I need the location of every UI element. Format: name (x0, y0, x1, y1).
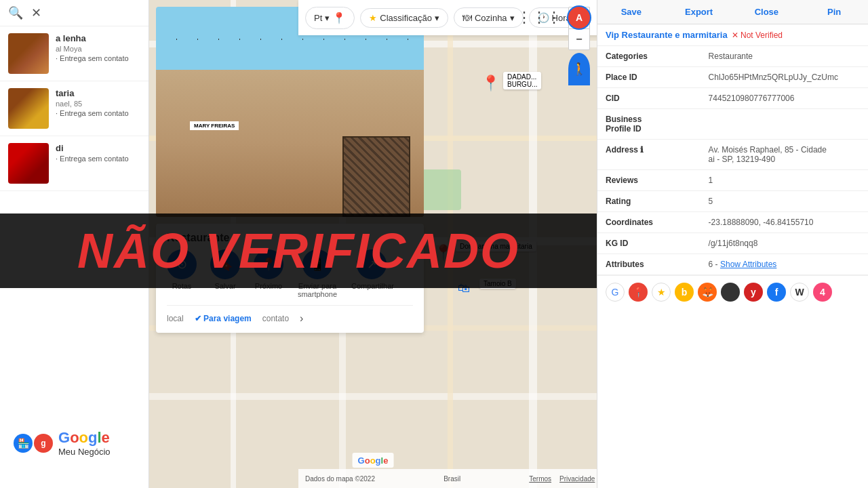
value-reviews: 1 (701, 170, 868, 191)
termos-link[interactable]: Termos (529, 475, 551, 483)
label-business-profile-id: BusinessProfile ID (597, 109, 701, 140)
item-name: taria (56, 88, 140, 98)
yelp-icon[interactable]: y (744, 283, 763, 302)
google-search-icon[interactable]: G (606, 283, 625, 302)
branding-text: Google Meu Negócio (58, 429, 111, 457)
table-row: Place ID ChlJo65HPtMnz5QRLpUJy_CzUmc (597, 67, 868, 88)
item-text: a lenha al Moya · Entrega sem contato (56, 33, 140, 62)
sidebar-search-bar: 🔍 ✕ (0, 0, 149, 26)
gmb-g-icon: g (34, 434, 53, 453)
value-rating: 5 (701, 191, 868, 212)
table-row: Reviews 1 (597, 170, 868, 191)
list-item[interactable]: taria nael, 85 · Entrega sem contato (0, 81, 149, 136)
item-thumbnail (8, 33, 49, 74)
tab-contato[interactable]: contato (262, 314, 289, 323)
item-text: taria nael, 85 · Entrega sem contato (56, 88, 140, 117)
label-rating: Rating (597, 191, 701, 212)
table-row: CID 7445210980776777006 (597, 88, 868, 109)
close-button[interactable]: Close (733, 0, 801, 24)
map-footer: Dados do mapa ©2022 Brasil Termos Privac… (298, 469, 597, 488)
item-desc: · Entrega sem contato (56, 109, 140, 117)
firefox-icon[interactable]: 🦊 (698, 283, 717, 302)
search-icon[interactable]: 🔍 (8, 5, 23, 20)
close-icon[interactable]: ✕ (31, 5, 41, 20)
building-sign: MARY FREIRAS (190, 121, 239, 130)
facebook-icon[interactable]: f (767, 283, 786, 302)
export-button[interactable]: Export (665, 0, 733, 24)
value-cid: 7445210980776777006 (701, 88, 868, 109)
table-row: Categories Restaurante (597, 46, 868, 67)
sky-wires (156, 39, 424, 40)
nao-verificado-banner: NÃO VERIFICADO (0, 214, 597, 288)
bing-icon[interactable]: b (675, 283, 694, 302)
chevron-right-icon: › (300, 312, 303, 325)
label-address: Address ℹ (597, 140, 701, 170)
table-row: BusinessProfile ID (597, 109, 868, 140)
label-attributes: Attributes (597, 254, 701, 275)
e-letter: e (102, 429, 110, 446)
map-pin[interactable]: 📍 DADAD...BURGU... (481, 75, 500, 92)
list-item[interactable]: di · Entrega sem contato (0, 136, 149, 191)
pt-label: Pt (314, 13, 322, 23)
pin-label: DADAD...BURGU... (503, 72, 541, 89)
label-reviews: Reviews (597, 170, 701, 191)
table-row: Address ℹ Av. Moisés Raphael, 85 - Cidad… (597, 140, 868, 170)
reviews-star-icon[interactable]: ★ (652, 283, 671, 302)
panel-place-name: Vip Restaurante e marmitaria (606, 30, 728, 40)
label-categories: Categories (597, 46, 701, 67)
classificacao-label: Classificação (380, 13, 432, 23)
show-attributes-link[interactable]: Show Attributes (720, 260, 776, 269)
list-item[interactable]: a lenha al Moya · Entrega sem contato (0, 26, 149, 81)
item-desc: · Entrega sem contato (56, 54, 140, 62)
item-thumbnail (8, 143, 49, 184)
dropdown-arrow-icon: ▾ (510, 13, 515, 23)
label-cid: CID (597, 88, 701, 109)
item-sub: al Moya (56, 45, 140, 53)
wikipedia-icon[interactable]: W (790, 283, 809, 302)
building-facade: MARY FREIRAS (156, 70, 424, 217)
dropdown-arrow-icon: ▾ (325, 13, 330, 23)
map-country: Brasil (443, 475, 460, 483)
label-kg-id: KG ID (597, 233, 701, 254)
panel-external-links: G 📍 ★ b 🦊 y f W 4 (597, 275, 868, 308)
pin-button[interactable]: Pin (800, 0, 868, 24)
item-thumbnail (8, 88, 49, 129)
panel-info-table: Categories Restaurante Place ID ChlJo65H… (597, 46, 868, 275)
google-maps-icon[interactable]: 📍 (629, 283, 648, 302)
value-categories: Restaurante (701, 46, 868, 67)
address-info-icon: ℹ (640, 145, 644, 155)
apple-maps-icon[interactable] (721, 283, 740, 302)
item-text: di · Entrega sem contato (56, 143, 140, 163)
label-place-id: Place ID (597, 67, 701, 88)
avatar[interactable]: A (567, 5, 591, 30)
nao-verificado-text: NÃO VERIFICADO (77, 223, 519, 279)
map-copyright: Dados do mapa ©2022 (305, 475, 375, 483)
g-letter: G (58, 429, 70, 446)
google-apps-grid-icon[interactable]: ⋮⋮⋮ (517, 9, 561, 26)
o1-letter: o (70, 429, 79, 446)
tab-local[interactable]: local (167, 314, 184, 323)
meu-negocio-label: Meu Negócio (58, 447, 111, 457)
value-attributes: 6 - Show Attributes (701, 254, 868, 275)
item-name: di (56, 143, 140, 153)
right-panel: Save Export Close Pin Vip Restaurante e … (597, 0, 868, 488)
pt-filter-button[interactable]: Pt ▾ 📍 (305, 7, 355, 29)
location-pin-icon: 📍 (332, 12, 346, 24)
cozinha-filter[interactable]: 🍽 Cozinha ▾ (454, 7, 524, 28)
street-view-photo: MARY FREIRAS × (156, 7, 424, 217)
zoom-out-button[interactable]: − (568, 28, 590, 50)
star-icon: ★ (369, 13, 377, 23)
label-coordinates: Coordinates (597, 212, 701, 233)
tab-para-viagem[interactable]: ✔ Para viagem (195, 314, 252, 323)
item-sub: nael, 85 (56, 100, 140, 108)
foursquare-icon[interactable]: 4 (813, 283, 832, 302)
pegman-button[interactable]: 🚶 (568, 53, 590, 85)
panel-title-bar: Vip Restaurante e marmitaria ✕ Not Verif… (597, 24, 868, 46)
privacidade-link[interactable]: Privacidade (559, 475, 595, 483)
table-row: Rating 5 (597, 191, 868, 212)
save-button[interactable]: Save (597, 0, 665, 24)
value-kg-id: /g/11j6t8nqq8 (701, 233, 868, 254)
g2-letter: g (88, 429, 97, 446)
panel-toolbar: Save Export Close Pin (597, 0, 868, 24)
classificacao-filter[interactable]: ★ Classificação ▾ (360, 8, 448, 28)
